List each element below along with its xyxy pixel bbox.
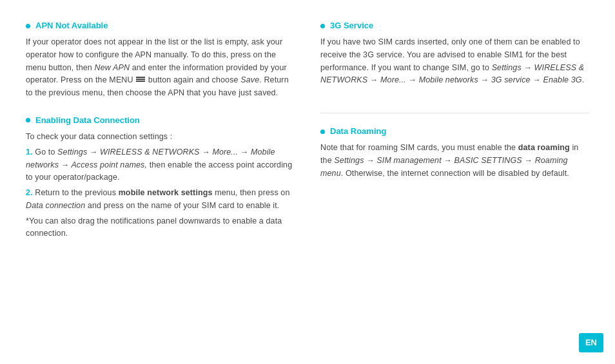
en-badge: EN bbox=[579, 333, 603, 352]
section-divider bbox=[320, 113, 589, 113]
3g-service-header: 3G Service bbox=[320, 19, 589, 32]
bullet-dot-4 bbox=[320, 129, 325, 134]
bullet-dot-2 bbox=[26, 118, 30, 122]
apn-not-available-section: APN Not Available If your operator does … bbox=[26, 19, 295, 100]
page-content: APN Not Available If your operator does … bbox=[0, 0, 615, 364]
menu-icon bbox=[136, 77, 145, 83]
enabling-data-connection-header: Enabling Data Connection bbox=[26, 114, 295, 127]
enabling-data-connection-title: Enabling Data Connection bbox=[35, 114, 140, 127]
left-column: APN Not Available If your operator does … bbox=[26, 19, 295, 345]
step-number-1: 1. bbox=[26, 148, 33, 157]
enabling-data-note: *You can also drag the notifications pan… bbox=[26, 215, 295, 241]
data-roaming-header: Data Roaming bbox=[320, 125, 589, 138]
apn-not-available-title: APN Not Available bbox=[35, 19, 108, 32]
3g-service-title: 3G Service bbox=[330, 19, 373, 32]
step-number-2: 2. bbox=[26, 188, 33, 197]
right-column: 3G Service If you have two SIM cards ins… bbox=[320, 19, 589, 345]
step-1: 1. Go to Settings → WIRELESS & NETWORKS … bbox=[26, 146, 295, 184]
enabling-data-connection-section: Enabling Data Connection To check your d… bbox=[26, 114, 295, 240]
apn-not-available-body: If your operator does not appear in the … bbox=[26, 36, 295, 100]
enabling-data-connection-intro: To check your data connection settings : bbox=[26, 131, 295, 144]
bullet-dot bbox=[26, 24, 30, 28]
3g-service-section: 3G Service If you have two SIM cards ins… bbox=[320, 19, 589, 87]
data-roaming-body: Note that for roaming SIM cards, you mus… bbox=[320, 142, 589, 180]
step-2: 2. Return to the previous mobile network… bbox=[26, 187, 295, 213]
apn-not-available-header: APN Not Available bbox=[26, 19, 295, 32]
data-roaming-title: Data Roaming bbox=[330, 125, 386, 138]
3g-service-body: If you have two SIM cards inserted, only… bbox=[320, 36, 589, 87]
data-roaming-section: Data Roaming Note that for roaming SIM c… bbox=[320, 125, 589, 180]
bullet-dot-3 bbox=[320, 24, 325, 28]
